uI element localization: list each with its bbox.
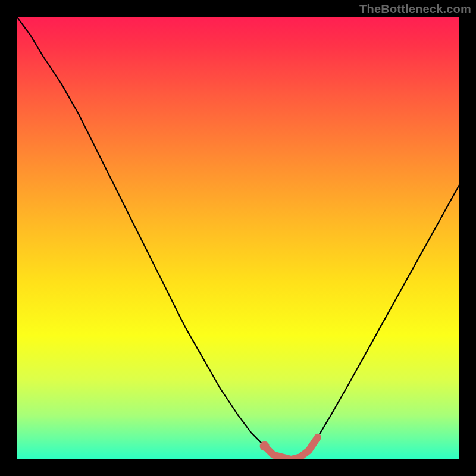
bottleneck-curve [17, 17, 459, 459]
chart-frame: TheBottleneck.com [0, 0, 476, 476]
highlight-marker [260, 441, 270, 451]
plot-area [17, 17, 459, 459]
highlight-segment [265, 437, 318, 459]
watermark-text: TheBottleneck.com [359, 2, 471, 16]
curve-layer [17, 17, 459, 459]
